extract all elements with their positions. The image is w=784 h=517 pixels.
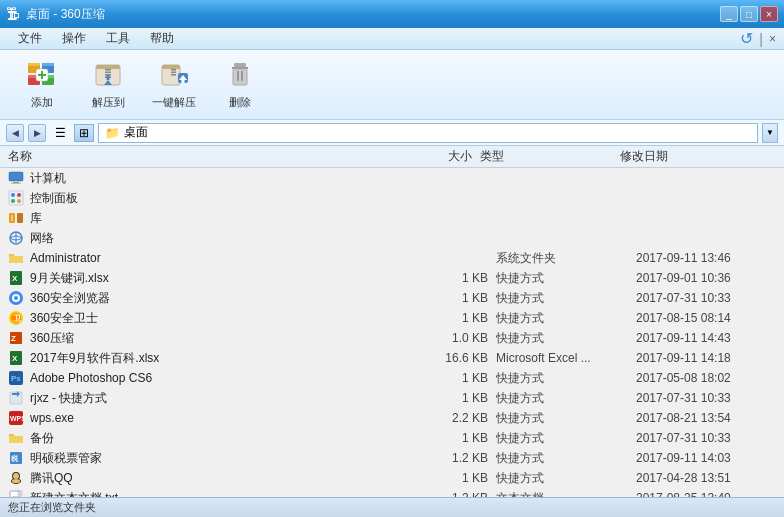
file-name: 控制面板 xyxy=(30,190,416,207)
table-row[interactable]: 控制面板 xyxy=(0,188,784,208)
window-controls: _ □ × xyxy=(720,6,778,22)
file-icon xyxy=(8,250,24,266)
file-icon xyxy=(8,490,24,497)
svg-rect-22 xyxy=(171,69,176,71)
file-size: 1 KB xyxy=(416,311,496,325)
view-detail-button[interactable]: ⊞ xyxy=(74,124,94,142)
table-row[interactable]: 计算机 xyxy=(0,168,784,188)
menu-help[interactable]: 帮助 xyxy=(140,28,184,49)
file-date: 2017-09-11 14:18 xyxy=(636,351,776,365)
file-name: 360压缩 xyxy=(30,330,416,347)
file-size: 1 KB xyxy=(416,471,496,485)
file-date: 2017-08-21 13:54 xyxy=(636,411,776,425)
table-row[interactable]: rjxz - 快捷方式 1 KB 快捷方式 2017-07-31 10:33 xyxy=(0,388,784,408)
delete-label: 删除 xyxy=(229,95,251,110)
col-date[interactable]: 修改日期 xyxy=(620,148,760,165)
table-row[interactable]: X 9月关键词.xlsx 1 KB 快捷方式 2017-09-01 10:36 xyxy=(0,268,784,288)
table-row[interactable]: 腾讯QQ 1 KB 快捷方式 2017-04-28 13:51 xyxy=(0,468,784,488)
file-icon xyxy=(8,290,24,306)
svg-text:Ps: Ps xyxy=(11,374,21,383)
file-name: rjxz - 快捷方式 xyxy=(30,390,416,407)
table-row[interactable]: 备份 1 KB 快捷方式 2017-07-31 10:33 xyxy=(0,428,784,448)
file-size: 1.2 KB xyxy=(416,451,496,465)
extract-all-button[interactable]: 一键解压 xyxy=(144,57,204,113)
svg-rect-14 xyxy=(105,69,111,71)
close-button[interactable]: × xyxy=(760,6,778,22)
col-size[interactable]: 大小 xyxy=(400,148,480,165)
file-icon xyxy=(8,430,24,446)
file-date: 2017-07-31 10:33 xyxy=(636,291,776,305)
table-row[interactable]: 新建文本文档.txt 1.2 KB 文本文档 2017-08-25 13:40 xyxy=(0,488,784,497)
svg-point-41 xyxy=(17,199,21,203)
file-name: 腾讯QQ xyxy=(30,470,416,487)
extract-button[interactable]: 解压到 xyxy=(78,57,138,113)
svg-rect-23 xyxy=(171,72,176,74)
file-type: 快捷方式 xyxy=(496,290,636,307)
menu-tools[interactable]: 工具 xyxy=(96,28,140,49)
back-button[interactable]: ◀ xyxy=(6,124,24,142)
refresh-icon[interactable]: ↺ xyxy=(740,29,753,48)
statusbar: 您正在浏览文件夹 xyxy=(0,497,784,517)
svg-rect-30 xyxy=(233,69,247,85)
table-row[interactable]: 卫 360安全卫士 1 KB 快捷方式 2017-08-15 08:14 xyxy=(0,308,784,328)
table-row[interactable]: Z 360压缩 1.0 KB 快捷方式 2017-09-11 14:43 xyxy=(0,328,784,348)
view-list-button[interactable]: ☰ xyxy=(50,124,70,142)
table-row[interactable]: 税 明硕税票管家 1.2 KB 快捷方式 2017-09-11 14:03 xyxy=(0,448,784,468)
file-name: 360安全浏览器 xyxy=(30,290,416,307)
address-dropdown[interactable]: ▼ xyxy=(762,123,778,143)
file-icon xyxy=(8,230,24,246)
table-row[interactable]: Ps Adobe Photoshop CS6 1 KB 快捷方式 2017-05… xyxy=(0,368,784,388)
svg-rect-21 xyxy=(162,65,180,69)
svg-point-39 xyxy=(17,193,21,197)
file-icon: WPS xyxy=(8,410,24,426)
file-size: 1 KB xyxy=(416,391,496,405)
minimize-button[interactable]: _ xyxy=(720,6,738,22)
file-date: 2017-07-31 10:33 xyxy=(636,431,776,445)
maximize-button[interactable]: □ xyxy=(740,6,758,22)
file-name: 2017年9月软件百科.xlsx xyxy=(30,350,416,367)
file-type: 快捷方式 xyxy=(496,450,636,467)
table-row[interactable]: 库 xyxy=(0,208,784,228)
delete-button[interactable]: 删除 xyxy=(210,57,270,113)
table-row[interactable]: X 2017年9月软件百科.xlsx 16.6 KB Microsoft Exc… xyxy=(0,348,784,368)
address-field[interactable]: 📁 桌面 xyxy=(98,123,758,143)
extract-label: 解压到 xyxy=(92,95,125,110)
menubar: 文件 操作 工具 帮助 ↺ | × xyxy=(0,28,784,50)
svg-rect-32 xyxy=(241,71,243,81)
file-icon: Ps xyxy=(8,370,24,386)
file-name: Administrator xyxy=(30,251,416,265)
svg-text:WPS: WPS xyxy=(10,415,24,422)
file-type: 快捷方式 xyxy=(496,410,636,427)
table-row[interactable]: Administrator 系统文件夹 2017-09-11 13:46 xyxy=(0,248,784,268)
file-list[interactable]: 计算机 控制面板 库 网络 Administrator 系统文件夹 2017-0… xyxy=(0,168,784,497)
file-size: 1 KB xyxy=(416,431,496,445)
menu-file[interactable]: 文件 xyxy=(8,28,52,49)
file-type: 快捷方式 xyxy=(496,270,636,287)
file-type: 快捷方式 xyxy=(496,470,636,487)
file-name: 明硕税票管家 xyxy=(30,450,416,467)
table-row[interactable]: WPS wps.exe 2.2 KB 快捷方式 2017-08-21 13:54 xyxy=(0,408,784,428)
table-row[interactable]: 360安全浏览器 1 KB 快捷方式 2017-07-31 10:33 xyxy=(0,288,784,308)
file-date: 2017-09-11 13:46 xyxy=(636,251,776,265)
col-type[interactable]: 类型 xyxy=(480,148,620,165)
svg-rect-19 xyxy=(107,75,110,80)
addressbar: ◀ ▶ ☰ ⊞ 📁 桌面 ▼ xyxy=(0,120,784,146)
add-button[interactable]: 添加 xyxy=(12,57,72,113)
file-type: Microsoft Excel ... xyxy=(496,351,636,365)
svg-text:Z: Z xyxy=(11,334,16,343)
file-type: 系统文件夹 xyxy=(496,250,636,267)
add-icon xyxy=(26,59,58,91)
file-icon xyxy=(8,210,24,226)
col-name[interactable]: 名称 xyxy=(8,148,400,165)
file-date: 2017-08-25 13:40 xyxy=(636,491,776,497)
svg-text:卫: 卫 xyxy=(13,314,21,323)
menu-action[interactable]: 操作 xyxy=(52,28,96,49)
close-menu-icon[interactable]: × xyxy=(769,32,776,46)
forward-button[interactable]: ▶ xyxy=(28,124,46,142)
file-icon: X xyxy=(8,270,24,286)
file-date: 2017-08-15 08:14 xyxy=(636,311,776,325)
status-text: 您正在浏览文件夹 xyxy=(8,500,96,515)
file-name: 9月关键词.xlsx xyxy=(30,270,416,287)
table-row[interactable]: 网络 xyxy=(0,228,784,248)
file-name: 网络 xyxy=(30,230,416,247)
